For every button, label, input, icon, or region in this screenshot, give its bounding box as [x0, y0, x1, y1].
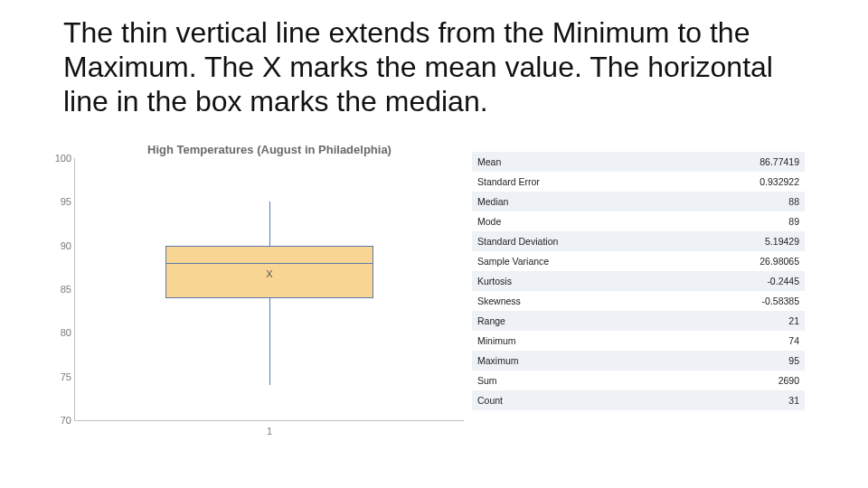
stat-value: 2690 — [686, 371, 805, 390]
slide-title: The thin vertical line extends from the … — [63, 16, 805, 118]
stat-value: -0.2445 — [686, 271, 805, 291]
stat-value: 95 — [686, 351, 805, 371]
stat-label: Standard Error — [472, 172, 686, 192]
y-tick-label: 70 — [48, 415, 71, 426]
boxplot-mean-mark: X — [266, 268, 272, 279]
table-row: Standard Error0.932922 — [472, 172, 805, 192]
stat-value: -0.58385 — [686, 291, 805, 311]
y-tick-label: 100 — [48, 153, 71, 164]
y-tick-label: 85 — [48, 284, 71, 295]
stat-value: 26.98065 — [686, 251, 805, 271]
stat-label: Mode — [472, 211, 686, 231]
boxplot-median-line — [165, 263, 373, 264]
x-axis-category: 1 — [75, 426, 464, 436]
stat-value: 74 — [686, 331, 805, 351]
stat-label: Standard Deviation — [472, 231, 686, 251]
y-tick-label: 90 — [48, 240, 71, 251]
stat-value: 0.932922 — [686, 172, 805, 192]
table-row: Sum2690 — [472, 371, 805, 390]
statistics-table: Mean86.77419Standard Error0.932922Median… — [472, 152, 805, 410]
boxplot-chart: High Temperatures (August in Philadelphi… — [71, 143, 468, 441]
stat-label: Range — [472, 311, 686, 331]
stat-value: 21 — [686, 311, 805, 331]
stat-value: 31 — [686, 390, 805, 410]
table-row: Skewness-0.58385 — [472, 291, 805, 311]
y-tick-label: 80 — [48, 327, 71, 338]
stat-value: 86.77419 — [686, 152, 805, 172]
stat-value: 89 — [686, 211, 805, 231]
table-row: Minimum74 — [472, 331, 805, 351]
table-row: Mode89 — [472, 211, 805, 231]
stat-label: Sample Variance — [472, 251, 686, 271]
stat-label: Count — [472, 390, 686, 410]
stat-label: Median — [472, 192, 686, 211]
stat-value: 88 — [686, 192, 805, 211]
table-row: Median88 — [472, 192, 805, 211]
table-row: Sample Variance26.98065 — [472, 251, 805, 271]
table-row: Maximum95 — [472, 351, 805, 371]
chart-title: High Temperatures (August in Philadelphi… — [71, 143, 468, 156]
y-tick-label: 75 — [48, 371, 71, 382]
table-row: Standard Deviation5.19429 — [472, 231, 805, 251]
table-row: Kurtosis-0.2445 — [472, 271, 805, 291]
stat-value: 5.19429 — [686, 231, 805, 251]
stat-label: Minimum — [472, 331, 686, 351]
stat-label: Maximum — [472, 351, 686, 371]
slide: The thin vertical line extends from the … — [0, 0, 868, 488]
plot-area: 1 707580859095100X — [74, 158, 464, 421]
table-row: Count31 — [472, 390, 805, 410]
stat-label: Mean — [472, 152, 686, 172]
stat-label: Kurtosis — [472, 271, 686, 291]
y-tick-label: 95 — [48, 196, 71, 207]
table-row: Mean86.77419 — [472, 152, 805, 172]
stat-label: Sum — [472, 371, 686, 390]
stat-label: Skewness — [472, 291, 686, 311]
table-row: Range21 — [472, 311, 805, 331]
